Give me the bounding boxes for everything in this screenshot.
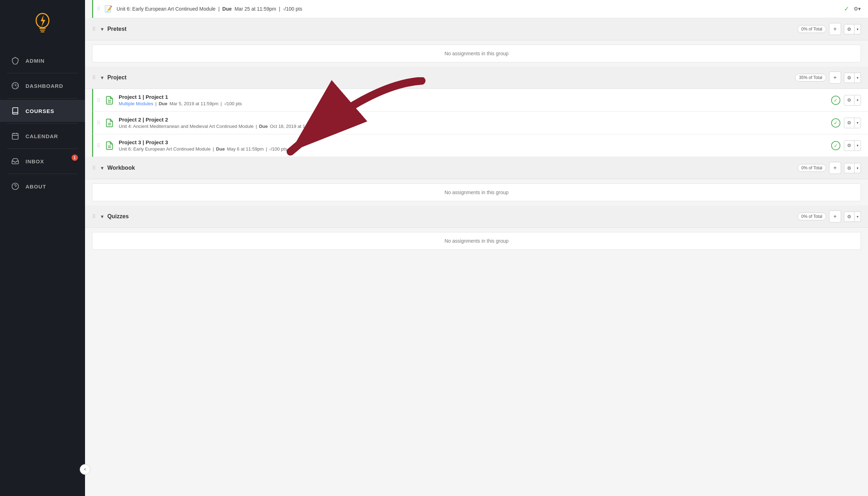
group-header-pretest: ⠿ ▼ Pretest 0% of Total + ⚙ ▾ <box>85 18 868 40</box>
project2-content: Project 2 | Project 2 Unit 4: Ancient Me… <box>119 117 831 129</box>
quizzes-add-button[interactable]: + <box>829 210 841 222</box>
project2-gear-icon[interactable]: ⚙ <box>844 118 855 128</box>
sidebar-item-inbox-label: INBOX <box>26 158 44 164</box>
pretest-drag-handle: ⠿ <box>92 26 96 32</box>
project-gear-icon[interactable]: ⚙ <box>844 73 855 83</box>
project-gear-arrow[interactable]: ▾ <box>855 74 861 82</box>
workbook-collapse-arrow[interactable]: ▼ <box>100 165 105 171</box>
project2-separator2: | <box>323 124 324 129</box>
quizzes-gear-icon[interactable]: ⚙ <box>844 212 855 221</box>
project1-module-link[interactable]: Multiple Modules <box>119 101 153 106</box>
project3-gear-arrow[interactable]: ▾ <box>855 141 861 150</box>
pretest-add-button[interactable]: + <box>829 23 841 35</box>
sidebar: ADMIN DASHBOARD COURSES <box>0 0 85 496</box>
project3-meta: Unit 6: Early European Art Continued Mod… <box>119 146 831 152</box>
project2-due-date: Oct 18, 2019 at 11:59pm <box>270 124 321 129</box>
project1-gear-arrow[interactable]: ▾ <box>855 96 861 104</box>
project3-drag-handle: ⠿ <box>93 143 104 148</box>
group-quizzes-title: Quizzes <box>107 213 129 220</box>
assignment-project2: ⠿ Project 2 | Project 2 Unit 4: Ancient … <box>92 112 868 134</box>
group-header-workbook-right: 0% of Total + ⚙ ▾ <box>797 162 861 174</box>
pretest-gear-button[interactable]: ⚙ ▾ <box>844 24 861 34</box>
project1-gear-button[interactable]: ⚙ ▾ <box>844 95 861 106</box>
quizzes-collapse-arrow[interactable]: ▼ <box>100 214 105 219</box>
group-header-project-left: ⠿ ▼ Project <box>92 74 795 81</box>
project3-gear-icon[interactable]: ⚙ <box>844 141 855 150</box>
partial-gear[interactable]: ⚙▾ <box>853 6 861 12</box>
project2-points: -/100 pts <box>326 124 344 129</box>
quizzes-no-assignments: No assignments in this group <box>92 232 861 250</box>
sidebar-item-calendar-label: CALENDAR <box>26 133 58 139</box>
sidebar-item-admin[interactable]: ADMIN <box>0 50 85 72</box>
project3-separator2: | <box>266 146 267 152</box>
shield-icon <box>11 56 20 65</box>
project3-due-date: May 6 at 11:59pm <box>227 146 264 152</box>
pretest-gear-icon[interactable]: ⚙ <box>844 24 855 34</box>
group-header-pretest-left: ⠿ ▼ Pretest <box>92 26 797 32</box>
group-header-quizzes-left: ⠿ ▼ Quizzes <box>92 213 797 220</box>
workbook-gear-icon[interactable]: ⚙ <box>844 163 855 173</box>
group-workbook: ⠿ ▼ Workbook 0% of Total + ⚙ ▾ No assign… <box>85 157 868 201</box>
speedometer-icon <box>11 81 20 90</box>
svg-rect-6 <box>12 134 18 140</box>
inbox-icon <box>11 157 20 166</box>
quizzes-drag-handle: ⠿ <box>92 214 96 219</box>
sidebar-collapse-button[interactable]: < <box>80 464 90 475</box>
project1-points: -/100 pts <box>224 101 242 106</box>
pretest-gear-arrow[interactable]: ▾ <box>855 25 861 33</box>
group-project: ⠿ ▼ Project 35% of Total + ⚙ ▾ ⠿ <box>85 67 868 157</box>
question-icon <box>11 182 20 191</box>
sidebar-item-courses-label: COURSES <box>26 108 54 114</box>
project1-separator2: | <box>221 101 222 106</box>
sidebar-item-calendar[interactable]: CALENDAR <box>0 125 85 147</box>
project2-icon <box>104 117 115 129</box>
project2-module: Unit 4: Ancient Mediterranean and Mediev… <box>119 124 254 129</box>
sidebar-item-courses[interactable]: COURSES <box>0 100 85 122</box>
project1-meta: Multiple Modules | Due Mar 5, 2019 at 11… <box>119 101 831 106</box>
sidebar-item-inbox[interactable]: INBOX 1 <box>0 150 85 172</box>
project2-meta: Unit 4: Ancient Mediterranean and Mediev… <box>119 124 831 129</box>
project-collapse-arrow[interactable]: ▼ <box>100 75 105 80</box>
project3-content: Project 3 | Project 3 Unit 6: Early Euro… <box>119 139 831 152</box>
workbook-drag-handle: ⠿ <box>92 165 96 171</box>
quizzes-gear-arrow[interactable]: ▾ <box>855 213 861 221</box>
project2-gear-button[interactable]: ⚙ ▾ <box>844 118 861 128</box>
project3-separator1: | <box>213 146 214 152</box>
workbook-gear-arrow[interactable]: ▾ <box>855 164 861 172</box>
workbook-add-button[interactable]: + <box>829 162 841 174</box>
project-add-button[interactable]: + <box>829 72 841 84</box>
project1-title[interactable]: Project 1 | Project 1 <box>119 94 831 100</box>
group-header-quizzes: ⠿ ▼ Quizzes 0% of Total + ⚙ ▾ <box>85 205 868 228</box>
group-header-quizzes-right: 0% of Total + ⚙ ▾ <box>797 210 861 222</box>
project3-gear-button[interactable]: ⚙ ▾ <box>844 140 861 151</box>
project-percent-badge: 35% of Total <box>795 74 826 81</box>
calendar-icon <box>11 131 20 141</box>
group-pretest: ⠿ ▼ Pretest 0% of Total + ⚙ ▾ No assignm… <box>85 18 868 62</box>
quizzes-gear-button[interactable]: ⚙ ▾ <box>844 212 861 222</box>
project-drag-handle: ⠿ <box>92 75 96 80</box>
partial-check: ✓ <box>844 5 849 13</box>
svg-marker-1 <box>41 15 45 27</box>
project2-right: ✓ ⚙ ▾ <box>831 118 861 128</box>
sidebar-item-dashboard[interactable]: DASHBOARD <box>0 75 85 97</box>
project1-due-label: Due <box>159 101 168 106</box>
sidebar-item-admin-label: ADMIN <box>26 58 45 64</box>
assignment-list: ⠿ 📝 Unit 6: Early European Art Continued… <box>85 0 868 250</box>
project2-gear-arrow[interactable]: ▾ <box>855 119 861 127</box>
project2-title[interactable]: Project 2 | Project 2 <box>119 117 831 123</box>
project1-content: Project 1 | Project 1 Multiple Modules |… <box>119 94 831 106</box>
project3-check: ✓ <box>831 141 840 150</box>
partial-due-date: Mar 25 at 11:59pm <box>235 6 276 12</box>
project3-title[interactable]: Project 3 | Project 3 <box>119 139 831 145</box>
inbox-badge: 1 <box>72 154 78 161</box>
group-header-workbook-left: ⠿ ▼ Workbook <box>92 165 797 171</box>
partial-points: -/100 pts <box>283 6 302 12</box>
pretest-collapse-arrow[interactable]: ▼ <box>100 27 105 32</box>
quizzes-percent-badge: 0% of Total <box>797 213 826 220</box>
group-quizzes: ⠿ ▼ Quizzes 0% of Total + ⚙ ▾ No assignm… <box>85 205 868 250</box>
project1-gear-icon[interactable]: ⚙ <box>844 95 855 105</box>
workbook-gear-button[interactable]: ⚙ ▾ <box>844 163 861 173</box>
sidebar-item-about[interactable]: ABOUT <box>0 175 85 197</box>
project-gear-button[interactable]: ⚙ ▾ <box>844 73 861 83</box>
assignment-project3: ⠿ Project 3 | Project 3 Unit 6: Early Eu… <box>92 134 868 157</box>
